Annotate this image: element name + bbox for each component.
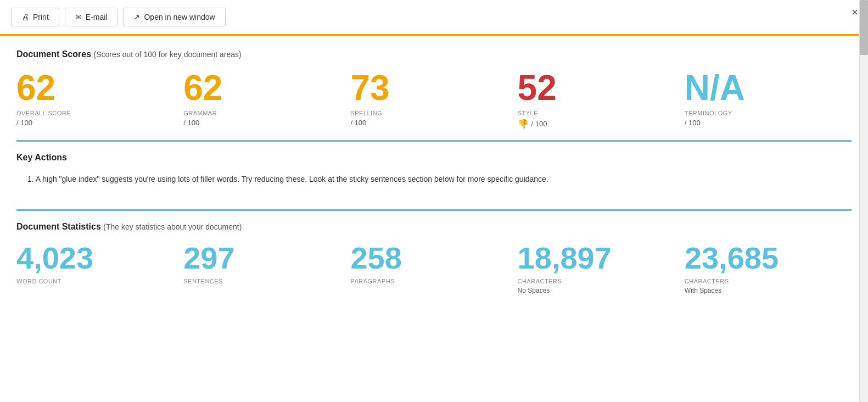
characters-no-spaces-value: 18,897 xyxy=(518,243,685,273)
paragraphs-value: 258 xyxy=(350,243,517,273)
style-score-denom: 👎 / 100 xyxy=(518,119,685,129)
terminology-score-denom: / 100 xyxy=(685,119,852,127)
characters-with-spaces-label: CHARACTERS xyxy=(685,278,852,284)
word-count-value: 4,023 xyxy=(16,243,183,273)
sentences-label: SENTENCES xyxy=(183,278,350,284)
email-icon: ✉ xyxy=(75,13,82,21)
style-score-label: STYLE xyxy=(518,110,685,116)
characters-with-spaces-value: 23,685 xyxy=(685,243,852,273)
terminology-score-label: TERMINOLOGY xyxy=(685,110,852,116)
print-label: Print xyxy=(33,13,49,21)
email-label: E-mail xyxy=(86,13,108,21)
stat-word-count: 4,023 WORD COUNT xyxy=(16,243,183,294)
style-score-value: 52 xyxy=(518,70,685,105)
open-new-window-icon: ↗ xyxy=(133,13,140,21)
document-scores-section: Document Scores (Scores out of 100 for k… xyxy=(16,49,852,129)
scrollbar-track[interactable] xyxy=(859,0,868,402)
word-count-label: WORD COUNT xyxy=(16,278,183,284)
characters-no-spaces-label: CHARACTERS xyxy=(518,278,685,284)
stat-characters-no-spaces: 18,897 CHARACTERS No Spaces xyxy=(518,243,685,294)
document-statistics-subtitle: (The key statistics about your document) xyxy=(103,222,242,231)
scores-grid: 62 OVERALL SCORE / 100 62 GRAMMAR / 100 … xyxy=(16,70,852,129)
blue-divider-2 xyxy=(16,209,852,211)
spelling-score-label: SPELLING xyxy=(350,110,517,116)
terminology-score-value: N/A xyxy=(685,70,852,105)
document-scores-title: Document Scores (Scores out of 100 for k… xyxy=(16,49,852,59)
grammar-score-value: 62 xyxy=(183,70,350,105)
grammar-score-label: GRAMMAR xyxy=(183,110,350,116)
spelling-score-denom: / 100 xyxy=(350,119,517,127)
stat-sentences: 297 SENTENCES xyxy=(183,243,350,294)
key-action-1: 1. A high "glue index" suggests you're u… xyxy=(27,174,852,185)
document-statistics-section: Document Statistics (The key statistics … xyxy=(16,222,852,294)
sentences-value: 297 xyxy=(183,243,350,273)
print-button[interactable]: 🖨 Print xyxy=(11,8,59,26)
characters-with-spaces-sublabel: With Spaces xyxy=(685,287,852,294)
print-icon: 🖨 xyxy=(21,13,29,21)
score-spelling: 73 SPELLING / 100 xyxy=(350,70,517,129)
stat-paragraphs: 258 PARAGRAPHS xyxy=(350,243,517,294)
overall-score-value: 62 xyxy=(16,70,183,105)
toolbar: 🖨 Print ✉ E-mail ↗ Open in new window xyxy=(0,0,868,34)
overall-score-denom: / 100 xyxy=(16,119,183,127)
open-new-window-label: Open in new window xyxy=(144,13,215,21)
email-button[interactable]: ✉ E-mail xyxy=(65,8,118,26)
score-grammar: 62 GRAMMAR / 100 xyxy=(183,70,350,129)
stats-grid: 4,023 WORD COUNT 297 SENTENCES 258 PARAG… xyxy=(16,243,852,294)
score-terminology: N/A TERMINOLOGY / 100 xyxy=(685,70,852,129)
document-statistics-title: Document Statistics (The key statistics … xyxy=(16,222,852,232)
stat-characters-with-spaces: 23,685 CHARACTERS With Spaces xyxy=(685,243,852,294)
scrollbar-thumb[interactable] xyxy=(860,0,868,55)
overall-score-label: OVERALL SCORE xyxy=(16,110,183,116)
blue-divider-1 xyxy=(16,140,852,142)
score-style: 52 STYLE 👎 / 100 xyxy=(518,70,685,129)
close-button[interactable]: × xyxy=(852,7,858,18)
key-actions-title: Key Actions xyxy=(16,153,852,163)
main-content: Document Scores (Scores out of 100 for k… xyxy=(0,36,868,308)
key-actions-section: Key Actions 1. A high "glue index" sugge… xyxy=(16,147,852,204)
open-new-window-button[interactable]: ↗ Open in new window xyxy=(123,8,225,26)
paragraphs-label: PARAGRAPHS xyxy=(350,278,517,284)
document-scores-subtitle: (Scores out of 100 for key document area… xyxy=(94,50,242,59)
score-overall: 62 OVERALL SCORE / 100 xyxy=(16,70,183,129)
grammar-score-denom: / 100 xyxy=(183,119,350,127)
thumbs-down-icon: 👎 xyxy=(518,119,529,129)
spelling-score-value: 73 xyxy=(350,70,517,105)
characters-no-spaces-sublabel: No Spaces xyxy=(518,287,685,294)
